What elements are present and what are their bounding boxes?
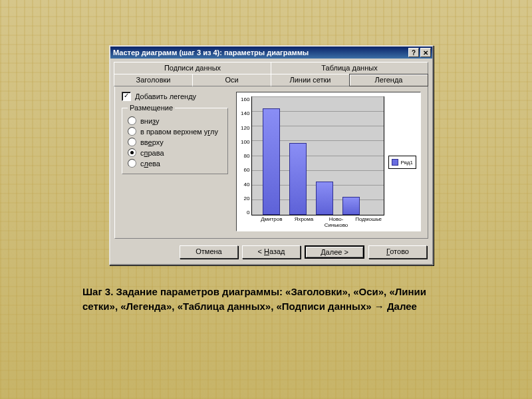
radio-label: слева [140,160,160,168]
y-tick: 20 [241,196,249,201]
radio-icon [128,148,136,157]
placement-radio-top-right[interactable]: в правом верхнем углу [128,127,223,136]
placement-group: Размещение внизув правом верхнем углувве… [122,104,228,174]
chart-body: 160140120100806040200 ДмитровЯхромаНово-… [241,96,416,228]
placement-radio-right[interactable]: справа [128,148,223,157]
radio-label: справа [140,149,164,157]
radio-label: в правом верхнем углу [140,128,218,136]
dialog-title: Мастер диаграмм (шаг 3 из 4): параметры … [113,49,407,57]
finish-button[interactable]: Готово [368,245,427,259]
cancel-button[interactable]: Отмена [180,245,238,259]
y-tick: 40 [241,182,249,188]
bar [289,143,307,215]
tab-row-front: Заголовки Оси Линии сетки Легенда [114,74,428,86]
bar [263,108,280,215]
chart-preview: 160140120100806040200 ДмитровЯхромаНово-… [236,92,421,231]
radio-icon [128,116,136,125]
tab-pane: ✓ Добавить легенду Размещение внизув пра… [114,86,428,239]
tab-data-labels[interactable]: Подписи данных [114,62,271,74]
plot-wrap: 160140120100806040200 ДмитровЯхромаНово-… [241,96,384,228]
tab-data-table[interactable]: Таблица данных [271,62,428,74]
tab-gridlines[interactable]: Линии сетки [271,74,350,86]
next-button[interactable]: Далее > [305,245,364,259]
tab-area: Подписи данных Таблица данных Заголовки … [110,59,432,241]
radio-label: вверху [140,138,164,146]
radio-icon [128,127,136,136]
titlebar[interactable]: Мастер диаграмм (шаг 3 из 4): параметры … [110,47,432,59]
legend-swatch-icon [392,159,398,166]
slide-caption: Шаг 3. Задание параметров диаграммы: «За… [82,285,455,314]
y-tick: 0 [241,209,249,215]
tab-axes[interactable]: Оси [192,74,271,86]
radio-icon [128,159,136,168]
y-tick: 160 [241,96,249,102]
y-tick: 140 [241,110,249,116]
radio-label: внизу [140,117,160,125]
y-tick: 80 [241,153,249,159]
back-button[interactable]: < Назад [242,245,301,259]
help-button[interactable]: ? [408,48,419,57]
bar [316,182,333,215]
placement-radio-top[interactable]: вверху [128,138,223,146]
y-axis: 160140120100806040200 [241,96,251,215]
y-tick: 60 [241,167,249,173]
x-tick: Дмитров [255,217,288,228]
tab-legend[interactable]: Легенда [349,74,428,86]
checkbox-icon: ✓ [122,92,131,101]
y-tick: 100 [241,139,249,145]
bar [342,197,360,215]
x-tick: Подмошье [352,217,385,228]
x-axis: ДмитровЯхромаНово-СиньковоПодмошье [255,215,384,228]
legend-options: ✓ Добавить легенду Размещение внизув пра… [122,92,228,231]
add-legend-label: Добавить легенду [135,92,196,100]
placement-label: Размещение [128,104,175,112]
legend-series-label: Ряд1 [400,160,413,166]
y-tick: 120 [241,125,249,131]
dialog-buttons: Отмена < Назад Далее > Готово [110,241,432,264]
chart-wizard-dialog: Мастер диаграмм (шаг 3 из 4): параметры … [109,45,434,265]
x-tick: Яхрома [288,217,321,228]
add-legend-checkbox[interactable]: ✓ Добавить легенду [122,92,228,101]
placement-radio-left[interactable]: слева [128,159,223,168]
tab-titles[interactable]: Заголовки [114,74,193,86]
tab-row-back: Подписи данных Таблица данных [114,62,428,74]
plot-area [251,96,384,215]
placement-radio-bottom[interactable]: внизу [128,116,223,125]
x-tick: Ново-Синьково [320,217,352,228]
close-button[interactable]: ✕ [420,48,431,57]
radio-icon [128,138,136,146]
chart-legend: Ряд1 [388,156,416,169]
